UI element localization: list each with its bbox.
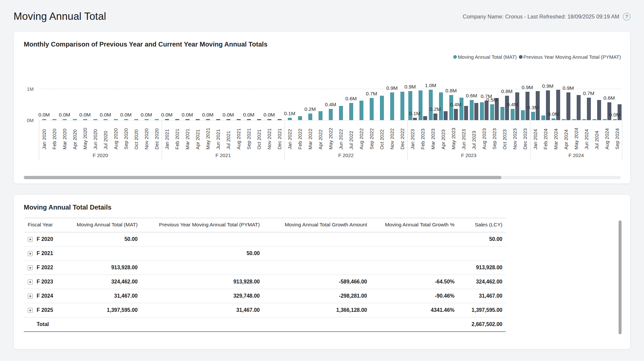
- chart-horizontal-scrollbar-thumb[interactable]: [24, 176, 501, 179]
- pymat-bar[interactable]: [525, 92, 529, 120]
- expand-row-button[interactable]: +: [28, 279, 33, 284]
- mat-bar[interactable]: [408, 91, 412, 120]
- chart-horizontal-scrollbar[interactable]: [24, 176, 621, 179]
- mat-bar[interactable]: [380, 96, 384, 120]
- pymat-bar[interactable]: [278, 119, 282, 120]
- legend-item[interactable]: Previous Year Moving Annual Total (PYMAT…: [519, 53, 621, 60]
- mat-bar[interactable]: [429, 90, 433, 120]
- mat-bar[interactable]: [531, 112, 535, 120]
- mat-bar[interactable]: [511, 109, 515, 120]
- mat-bar[interactable]: [349, 103, 353, 120]
- table-row[interactable]: +F 202431,467.00329,748.00-298,281.00-90…: [24, 289, 506, 303]
- pymat-bar[interactable]: [495, 98, 499, 120]
- column-header-3[interactable]: Moving Annual Total Growth Amount: [263, 218, 370, 232]
- mat-bar[interactable]: [319, 111, 322, 120]
- column-header-5[interactable]: Sales (LCY): [458, 218, 506, 232]
- mat-bar[interactable]: [298, 116, 302, 120]
- pymat-bar[interactable]: [577, 95, 581, 120]
- mat-bar[interactable]: [308, 114, 312, 120]
- mat-bar[interactable]: [603, 119, 607, 120]
- mat-bar[interactable]: [73, 119, 77, 120]
- pymat-bar[interactable]: [423, 116, 427, 120]
- table-row[interactable]: +F 202150.00: [24, 246, 506, 261]
- mat-bar[interactable]: [114, 119, 118, 120]
- table-row[interactable]: +F 202050.0050.00: [24, 232, 506, 246]
- column-header-2[interactable]: Previous Year Moving Annual Total (PYMAT…: [141, 218, 263, 232]
- mat-bar[interactable]: [400, 92, 404, 120]
- pymat-bar[interactable]: [186, 119, 189, 120]
- mat-bar[interactable]: [562, 119, 566, 120]
- mat-bar[interactable]: [572, 119, 576, 120]
- mat-bar[interactable]: [359, 101, 363, 120]
- mat-bar[interactable]: [613, 119, 617, 120]
- pymat-bar[interactable]: [505, 96, 509, 120]
- column-header-4[interactable]: Moving Annual Total Growth %: [370, 218, 458, 232]
- mat-bar[interactable]: [419, 90, 423, 120]
- pymat-bar[interactable]: [556, 90, 560, 120]
- pymat-bar[interactable]: [597, 100, 601, 120]
- expand-row-button[interactable]: +: [28, 308, 33, 313]
- table-vertical-scrollbar[interactable]: [619, 220, 622, 334]
- mat-bar[interactable]: [449, 95, 453, 120]
- mat-bar[interactable]: [329, 109, 333, 120]
- pymat-bar[interactable]: [226, 119, 230, 120]
- pymat-bar[interactable]: [237, 119, 241, 120]
- pymat-bar[interactable]: [607, 102, 611, 120]
- help-icon[interactable]: ?: [623, 13, 630, 20]
- mat-bar[interactable]: [480, 102, 484, 120]
- mat-bar[interactable]: [490, 104, 494, 120]
- mat-bar[interactable]: [370, 98, 374, 120]
- expand-row-button[interactable]: +: [28, 237, 33, 242]
- mat-bar[interactable]: [390, 92, 394, 120]
- pymat-bar[interactable]: [546, 90, 550, 120]
- mat-bar[interactable]: [104, 119, 108, 120]
- pymat-bar[interactable]: [165, 119, 169, 120]
- pymat-bar[interactable]: [257, 119, 261, 120]
- table-row[interactable]: +F 20251,397,595.0031,467.001,366,128.00…: [24, 303, 506, 317]
- column-header-fiscal-year[interactable]: Fiscal Year: [24, 218, 63, 232]
- expand-row-button[interactable]: +: [28, 294, 33, 299]
- mat-bar[interactable]: [42, 119, 46, 120]
- legend-item[interactable]: Moving Annual Total (MAT): [453, 53, 517, 60]
- pymat-bar[interactable]: [515, 92, 519, 120]
- mat-bar[interactable]: [83, 119, 87, 120]
- mat-bar[interactable]: [52, 119, 56, 120]
- mat-bar[interactable]: [155, 119, 159, 120]
- pymat-bar[interactable]: [536, 91, 540, 120]
- table-row[interactable]: +F 2023324,462.00913,928.00-589,466.00-6…: [24, 275, 506, 289]
- mat-bar[interactable]: [470, 100, 474, 120]
- table-row[interactable]: +F 2022913,928.00913,928.00: [24, 261, 506, 275]
- mat-bar[interactable]: [339, 106, 343, 120]
- mat-bar[interactable]: [541, 115, 545, 120]
- mat-bar[interactable]: [63, 119, 67, 120]
- mat-bar[interactable]: [288, 118, 292, 120]
- pymat-bar[interactable]: [618, 104, 622, 120]
- pymat-bar[interactable]: [474, 103, 478, 120]
- pymat-bar[interactable]: [247, 119, 251, 120]
- mat-bar[interactable]: [500, 107, 504, 120]
- pymat-bar[interactable]: [566, 92, 570, 120]
- column-header-1[interactable]: Moving Annual Total (MAT): [63, 218, 141, 232]
- pymat-bar[interactable]: [267, 119, 271, 120]
- mat-bar[interactable]: [521, 110, 525, 120]
- mat-bar[interactable]: [582, 119, 586, 120]
- mat-bar[interactable]: [459, 98, 463, 120]
- expand-row-button[interactable]: +: [28, 265, 33, 270]
- pymat-bar[interactable]: [464, 106, 468, 120]
- pymat-bar[interactable]: [175, 119, 179, 120]
- pymat-bar[interactable]: [206, 119, 210, 120]
- mat-bar[interactable]: [145, 119, 149, 120]
- mat-bar[interactable]: [593, 119, 596, 120]
- mat-bar[interactable]: [552, 118, 556, 120]
- pymat-bar[interactable]: [433, 114, 437, 120]
- pymat-bar[interactable]: [196, 119, 200, 120]
- pymat-bar[interactable]: [413, 118, 417, 120]
- pymat-bar[interactable]: [444, 111, 448, 120]
- pymat-bar[interactable]: [485, 101, 489, 120]
- pymat-bar[interactable]: [587, 98, 591, 120]
- mat-bar[interactable]: [124, 119, 128, 120]
- mat-bar[interactable]: [134, 119, 138, 120]
- pymat-bar[interactable]: [216, 119, 220, 120]
- mat-bar[interactable]: [439, 92, 443, 120]
- expand-row-button[interactable]: +: [28, 251, 33, 256]
